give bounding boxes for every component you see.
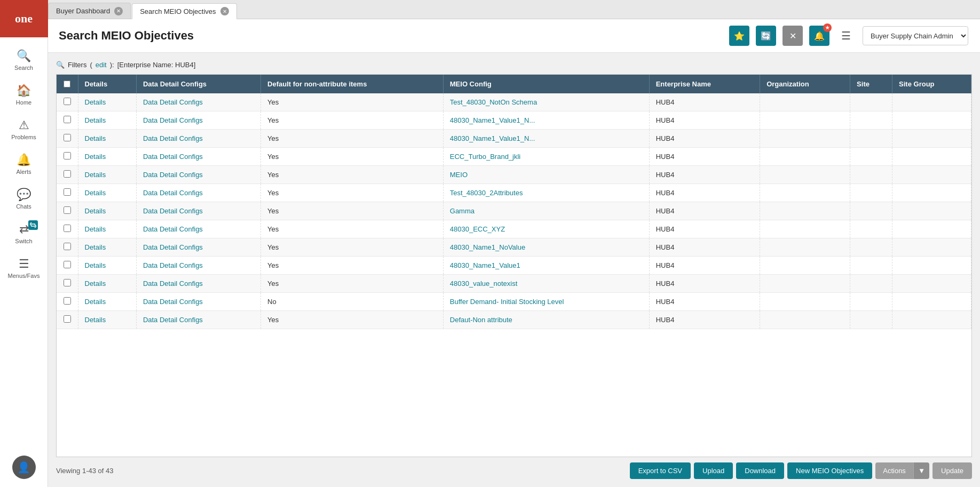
row-meio-config-2: 48030_Name1_Value1_N... (443, 130, 649, 148)
details-link-0[interactable]: Details (85, 98, 106, 106)
meio-config-link-4[interactable]: MEIO (450, 171, 468, 179)
meio-config-link-8[interactable]: 48030_Name1_NoValue (450, 243, 525, 251)
row-checkbox-6[interactable] (64, 206, 71, 214)
row-checkbox-8[interactable] (64, 243, 71, 250)
sidebar-item-label: Search (14, 65, 33, 71)
row-details-2: Details (78, 130, 136, 148)
refresh-button[interactable]: 🔄 (756, 26, 776, 46)
update-button[interactable]: Update (932, 462, 972, 479)
data-detail-link-10[interactable]: Data Detail Configs (143, 280, 203, 288)
role-dropdown[interactable]: Buyer Supply Chain Admin (863, 26, 968, 45)
details-link-12[interactable]: Details (85, 316, 106, 324)
row-enterprise-7: HUB4 (649, 220, 760, 238)
meio-config-link-6[interactable]: Gamma (450, 207, 475, 215)
row-enterprise-0: HUB4 (649, 93, 760, 111)
menu-icon: ☰ (19, 257, 29, 271)
row-checkbox-9[interactable] (64, 261, 71, 268)
details-link-6[interactable]: Details (85, 207, 106, 215)
download-button[interactable]: Download (736, 462, 784, 479)
meio-config-link-0[interactable]: Test_48030_NotOn Schema (450, 98, 537, 106)
sidebar-item-switch[interactable]: ⇄ Switch (0, 216, 48, 251)
star-button[interactable]: ⭐ (729, 26, 749, 46)
sidebar-item-menusfavs[interactable]: ☰ Menus/Favs (0, 251, 48, 285)
tab-buyer-dashboard[interactable]: Buyer Dashboard ✕ (48, 3, 131, 19)
details-link-7[interactable]: Details (85, 225, 106, 233)
meio-config-link-2[interactable]: 48030_Name1_Value1_N... (450, 134, 535, 142)
row-checkbox-11[interactable] (64, 297, 71, 305)
meio-config-link-9[interactable]: 48030_Name1_Value1 (450, 261, 520, 269)
data-detail-link-3[interactable]: Data Detail Configs (143, 153, 203, 161)
row-data-detail-10: Data Detail Configs (136, 275, 260, 293)
row-site-7 (850, 220, 892, 238)
avatar[interactable]: 👤 (12, 456, 36, 479)
data-detail-link-2[interactable]: Data Detail Configs (143, 134, 203, 142)
row-details-7: Details (78, 220, 136, 238)
meio-config-link-5[interactable]: Test_48030_2Attributes (450, 189, 523, 197)
sidebar-item-problems[interactable]: ⚠ Problems (0, 112, 48, 147)
details-link-3[interactable]: Details (85, 153, 106, 161)
select-all-checkbox[interactable] (64, 81, 70, 87)
sidebar-item-chats[interactable]: 💬 Chats (0, 181, 48, 216)
app-logo[interactable]: one (0, 0, 48, 37)
actions-dropdown-arrow[interactable]: ▼ (913, 462, 929, 479)
tab-close-search-meio[interactable]: ✕ (220, 7, 229, 15)
meio-config-link-1[interactable]: 48030_Name1_Value1_N... (450, 116, 535, 124)
data-detail-link-8[interactable]: Data Detail Configs (143, 243, 203, 251)
data-detail-link-9[interactable]: Data Detail Configs (143, 261, 203, 269)
sidebar-item-alerts[interactable]: 🔔 Alerts (0, 147, 48, 181)
sidebar-item-home[interactable]: 🏠 Home (0, 77, 48, 112)
row-meio-config-3: ECC_Turbo_Brand_jkli (443, 148, 649, 166)
filters-text: [Enterprise Name: HUB4] (117, 61, 196, 69)
new-meio-button[interactable]: New MEIO Objectives (787, 462, 872, 479)
th-default-non-attribute: Default for non-attribute items (261, 75, 444, 93)
row-details-9: Details (78, 257, 136, 275)
row-meio-config-10: 48030_value_notexist (443, 275, 649, 293)
sidebar-item-search[interactable]: 🔍 Search (0, 43, 48, 77)
row-checkbox-3[interactable] (64, 152, 71, 159)
row-enterprise-10: HUB4 (649, 275, 760, 293)
row-checkbox-0[interactable] (64, 98, 71, 105)
row-checkbox-5[interactable] (64, 188, 71, 196)
data-detail-link-0[interactable]: Data Detail Configs (143, 98, 203, 106)
details-link-4[interactable]: Details (85, 171, 106, 179)
row-checkbox-2[interactable] (64, 134, 71, 141)
tab-close-buyer-dashboard[interactable]: ✕ (114, 7, 123, 15)
filters-edit-link[interactable]: edit (96, 61, 107, 69)
details-link-2[interactable]: Details (85, 134, 106, 142)
export-csv-button[interactable]: Export to CSV (630, 462, 691, 479)
details-link-10[interactable]: Details (85, 280, 106, 288)
actions-button[interactable]: Actions (875, 462, 913, 479)
row-meio-config-9: 48030_Name1_Value1 (443, 257, 649, 275)
row-checkbox-12[interactable] (64, 315, 71, 323)
row-checkbox-10[interactable] (64, 279, 71, 286)
data-detail-link-12[interactable]: Data Detail Configs (143, 316, 203, 324)
close-button[interactable]: ✕ (783, 26, 803, 46)
meio-config-link-12[interactable]: Defaut-Non attribute (450, 316, 512, 324)
meio-config-link-11[interactable]: Buffer Demand- Initial Stocking Level (450, 298, 564, 306)
details-link-1[interactable]: Details (85, 116, 106, 124)
data-detail-link-4[interactable]: Data Detail Configs (143, 171, 203, 179)
tab-search-meio[interactable]: Search MEIO Objectives ✕ (132, 3, 236, 19)
meio-config-link-7[interactable]: 48030_ECC_XYZ (450, 225, 505, 233)
details-link-5[interactable]: Details (85, 189, 106, 197)
upload-button[interactable]: Upload (694, 462, 733, 479)
table-row: Details Data Detail Configs Yes Gamma HU… (57, 202, 971, 220)
details-link-11[interactable]: Details (85, 298, 106, 306)
row-meio-config-6: Gamma (443, 202, 649, 220)
data-detail-link-11[interactable]: Data Detail Configs (143, 298, 203, 306)
meio-config-link-3[interactable]: ECC_Turbo_Brand_jkli (450, 153, 520, 161)
row-details-4: Details (78, 166, 136, 184)
details-link-9[interactable]: Details (85, 261, 106, 269)
data-detail-link-5[interactable]: Data Detail Configs (143, 189, 203, 197)
row-checkbox-4[interactable] (64, 170, 71, 178)
row-checkbox-cell (57, 257, 78, 275)
data-detail-link-7[interactable]: Data Detail Configs (143, 225, 203, 233)
row-checkbox-7[interactable] (64, 225, 71, 232)
data-detail-link-1[interactable]: Data Detail Configs (143, 116, 203, 124)
meio-config-link-10[interactable]: 48030_value_notexist (450, 280, 518, 288)
data-detail-link-6[interactable]: Data Detail Configs (143, 207, 203, 215)
sidebar-item-label: Chats (16, 203, 31, 210)
hamburger-menu-button[interactable]: ☰ (836, 26, 856, 46)
row-checkbox-1[interactable] (64, 116, 71, 123)
details-link-8[interactable]: Details (85, 243, 106, 251)
